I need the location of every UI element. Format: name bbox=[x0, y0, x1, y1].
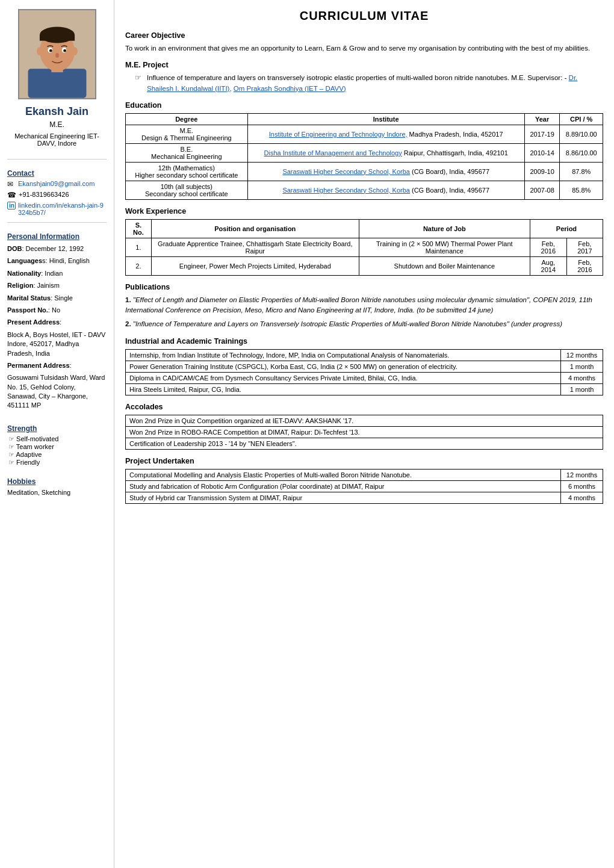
svg-point-8 bbox=[49, 49, 52, 52]
svg-rect-1 bbox=[28, 69, 86, 98]
strength-item: Team worker bbox=[8, 443, 107, 451]
edu-degree-0: M.E. Design & Thermal Engineering bbox=[126, 125, 248, 143]
nationality-item: Nationality: Indian bbox=[7, 269, 107, 278]
me-project-description: Influence of temperature and layers on t… bbox=[147, 73, 603, 94]
work-header-period: Period bbox=[530, 219, 603, 238]
phone-number: +91-8319663426 bbox=[19, 191, 69, 198]
avatar bbox=[18, 9, 96, 99]
accolade-2: Certification of Leadership 2013 - '14 b… bbox=[126, 438, 603, 449]
edu-institute-2: Saraswati Higher Secondary School, Korba… bbox=[247, 162, 524, 181]
phone-icon: ☎ bbox=[7, 191, 16, 199]
marital-item: Marital Status: Single bbox=[7, 294, 107, 303]
work-position-0: Graduate Apprentice Trainee, Chhattisgar… bbox=[151, 238, 359, 256]
accolades-title: Accolades bbox=[125, 403, 603, 411]
work-period-from-1: Aug, 2014 bbox=[530, 256, 566, 275]
pub-2: 2. "Influence of Temperature and Layers … bbox=[125, 319, 603, 329]
sidebar: Ekansh Jain M.E. Mechanical Engineering … bbox=[0, 0, 114, 868]
personal-info-label: Personal Information bbox=[7, 232, 107, 241]
work-nature-0: Training in (2 × 500 MW) Thermal Power P… bbox=[359, 238, 530, 256]
svg-rect-5 bbox=[39, 35, 74, 41]
accolade-0: Won 2nd Prize in Quiz Competition organi… bbox=[126, 415, 603, 426]
work-experience-title: Work Experience bbox=[125, 207, 603, 215]
edu-cpi-3: 85.8% bbox=[560, 181, 603, 199]
pub-1: 1. "Effect of Length and Diameter on Ela… bbox=[125, 295, 603, 316]
table-row: Diploma in CAD/CAM/CAE from Dysmech Cons… bbox=[126, 372, 603, 383]
edu-institute-3: Saraswati Higher Secondary School, Korba… bbox=[247, 181, 524, 199]
training-duration-2: 4 months bbox=[561, 372, 603, 383]
edu-cpi-1: 8.86/10.00 bbox=[560, 143, 603, 162]
training-duration-0: 12 months bbox=[561, 349, 603, 361]
accolade-1: Won 2nd Prize in ROBO-RACE Competition a… bbox=[126, 426, 603, 438]
present-address-item: Present Address: bbox=[7, 318, 107, 327]
table-row: Study of Hybrid car Transmission System … bbox=[126, 492, 603, 503]
passport-item: Passport No.: No bbox=[7, 306, 107, 315]
project-desc-1: Study and fabrication of Robotic Arm Con… bbox=[126, 480, 561, 492]
strength-item: Friendly bbox=[8, 459, 107, 467]
career-objective-text: To work in an environment that gives me … bbox=[125, 43, 603, 54]
edu-header-degree: Degree bbox=[126, 113, 248, 125]
strength-section: Strength Self-motivated Team worker Adap… bbox=[7, 418, 107, 467]
edu-header-cpi: CPI / % bbox=[560, 113, 603, 125]
edu-institute-0: Institute of Engineering and Technology … bbox=[247, 125, 524, 143]
edu-year-1: 2010-14 bbox=[524, 143, 560, 162]
table-row: Power Generation Training Institute (CSP… bbox=[126, 361, 603, 372]
table-row: Computational Modelling and Analysis Ela… bbox=[126, 469, 603, 480]
table-row: 12th (Mathematics) Higher secondary scho… bbox=[126, 162, 603, 181]
accolades-table: Won 2nd Prize in Quiz Competition organi… bbox=[125, 415, 603, 450]
table-row: Won 2nd Prize in Quiz Competition organi… bbox=[126, 415, 603, 426]
edu-year-3: 2007-08 bbox=[524, 181, 560, 199]
projects-table: Computational Modelling and Analysis Ela… bbox=[125, 469, 603, 504]
cv-title: CURRICULUM VITAE bbox=[125, 9, 603, 23]
languages-item: Languagess: Hindi, English bbox=[7, 256, 107, 265]
work-period-to-0: Feb, 2017 bbox=[566, 238, 603, 256]
email-link[interactable]: Ekanshjain09@gmail.com bbox=[18, 180, 95, 187]
training-desc-0: Internship, from Indian Institute of Tec… bbox=[126, 349, 561, 361]
training-duration-1: 1 month bbox=[561, 361, 603, 372]
contact-phone: ☎ +91-8319663426 bbox=[7, 191, 107, 199]
work-sno-0: 1. bbox=[126, 238, 152, 256]
project-desc-2: Study of Hybrid car Transmission System … bbox=[126, 492, 561, 503]
edu-degree-3: 10th (all subjects) Secondary school cer… bbox=[126, 181, 248, 199]
table-row: Internship, from Indian Institute of Tec… bbox=[126, 349, 603, 361]
work-period-from-0: Feb, 2016 bbox=[530, 238, 566, 256]
hobbies-label: Hobbies bbox=[7, 477, 107, 486]
person-degree: M.E. bbox=[49, 120, 64, 129]
permanent-address-item: Permanent Address: bbox=[7, 361, 107, 370]
edu-header-institute: Institute bbox=[247, 113, 524, 125]
project-duration-0: 12 months bbox=[561, 469, 603, 480]
training-desc-3: Hira Steels Limited, Raipur, CG, India. bbox=[126, 383, 561, 395]
svg-point-10 bbox=[55, 53, 59, 58]
project-duration-1: 6 months bbox=[561, 480, 603, 492]
table-row: B.E. Mechanical Engineering Disha Instit… bbox=[126, 143, 603, 162]
work-header-sno: S. No. bbox=[126, 219, 152, 238]
linkedin-icon: in bbox=[7, 202, 16, 209]
edu-cpi-0: 8.89/10.00 bbox=[560, 125, 603, 143]
work-sno-1: 2. bbox=[126, 256, 152, 275]
person-name: Ekansh Jain bbox=[25, 105, 88, 118]
strength-item: Self-motivated bbox=[8, 435, 107, 443]
contact-linkedin: in linkedin.com/in/ekansh-jain-9324b5b7/ bbox=[7, 202, 107, 216]
edu-cpi-2: 87.8% bbox=[560, 162, 603, 181]
svg-point-11 bbox=[37, 47, 43, 55]
work-nature-1: Shutdown and Boiler Maintenance bbox=[359, 256, 530, 275]
supervisor2-link[interactable]: Om Prakash Sondhiya (IET – DAVV) bbox=[234, 85, 346, 92]
email-icon: ✉ bbox=[7, 180, 16, 188]
training-desc-2: Diploma in CAD/CAM/CAE from Dysmech Cons… bbox=[126, 372, 561, 383]
project-duration-2: 4 months bbox=[561, 492, 603, 503]
training-duration-3: 1 month bbox=[561, 383, 603, 395]
strength-list: Self-motivated Team worker Adaptive Frie… bbox=[7, 435, 107, 467]
table-row: Certification of Leadership 2013 - '14 b… bbox=[126, 438, 603, 449]
table-row: Study and fabrication of Robotic Arm Con… bbox=[126, 480, 603, 492]
project-desc-0: Computational Modelling and Analysis Ela… bbox=[126, 469, 561, 480]
education-title: Education bbox=[125, 101, 603, 110]
table-row: Hira Steels Limited, Raipur, CG, India. … bbox=[126, 383, 603, 395]
present-address-value: Block A, Boys Hostel, IET - DAVV Indore,… bbox=[7, 330, 107, 358]
divider-2 bbox=[7, 222, 107, 223]
bullet-icon: ☞ bbox=[135, 73, 143, 94]
work-position-1: Engineer, Power Mech Projects Limited, H… bbox=[151, 256, 359, 275]
table-row: 1. Graduate Apprentice Trainee, Chhattis… bbox=[126, 238, 603, 256]
linkedin-link[interactable]: linkedin.com/in/ekansh-jain-9324b5b7/ bbox=[18, 202, 107, 216]
person-specialization: Mechanical Engineering IET-DAVV, Indore bbox=[7, 132, 107, 147]
dob-item: DOB: December 12, 1992 bbox=[7, 244, 107, 253]
edu-degree-1: B.E. Mechanical Engineering bbox=[126, 143, 248, 162]
